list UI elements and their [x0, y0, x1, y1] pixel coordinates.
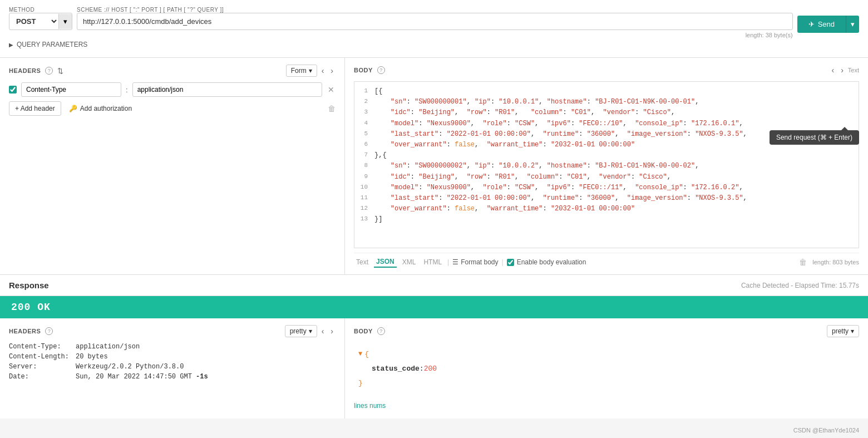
code-line-13: 13 }] — [359, 214, 854, 225]
enable-eval-checkbox[interactable] — [507, 259, 514, 266]
code-line-8: 8 "sn": "SW000000002", "ip": "10.0.0.2",… — [359, 161, 854, 171]
method-select[interactable]: POST GET PUT DELETE — [9, 13, 58, 29]
response-body-line-1: ▼ { — [358, 347, 855, 362]
send-tooltip: Send request (⌘ + Enter) — [770, 130, 859, 145]
format-body-button[interactable]: ☰ Format body — [452, 258, 498, 266]
header-actions: + Add header 🔑 Add authorization 🗑 — [9, 101, 336, 116]
headers-nav: Form ▾ ‹ › — [286, 65, 336, 77]
code-line-12: 12 "over_warrant": false, "warrant_time"… — [359, 204, 854, 214]
response-code-editor: ▼ { status_code : 200 } — [354, 343, 859, 395]
url-group: SCHEME :// HOST [ ":" PORT ] [ PATH [ "?… — [77, 7, 793, 38]
elapsed-time: Cache Detected - Elapsed Time: 15.77s — [741, 282, 859, 289]
response-headers-info-icon[interactable]: ? — [45, 327, 53, 335]
response-pretty-select[interactable]: pretty ▾ — [285, 325, 317, 337]
header-colon: : — [126, 86, 128, 94]
nav-left-arrow[interactable]: ‹ — [319, 65, 327, 76]
collapse-arrow-icon[interactable]: ▼ — [358, 347, 362, 361]
request-section: METHOD POST GET PUT DELETE ▾ SCHEME :// … — [0, 0, 868, 58]
method-label: METHOD — [9, 7, 72, 13]
code-line-4: 4 "model": "Nexus9000", "role": "CSW", "… — [359, 119, 854, 129]
add-auth-button[interactable]: 🔑 Add authorization — [63, 102, 137, 115]
response-body-info-icon[interactable]: ? — [377, 327, 385, 335]
body-delete-icon[interactable]: 🗑 — [799, 258, 807, 267]
format-json[interactable]: JSON — [374, 257, 397, 268]
headers-delete-icon[interactable]: 🗑 — [328, 104, 336, 113]
add-header-button[interactable]: + Add header — [9, 101, 61, 116]
response-section-header: Response Cache Detected - Elapsed Time: … — [0, 275, 868, 296]
format-text[interactable]: Text — [354, 257, 371, 267]
body-footer: Text JSON XML HTML | ☰ Format body | Ena… — [354, 253, 859, 268]
format-body-icon: ☰ — [452, 258, 458, 266]
header-enabled-checkbox[interactable] — [9, 86, 17, 93]
url-length: length: 38 byte(s) — [77, 32, 793, 38]
response-body-header: BODY ? pretty ▾ — [354, 325, 859, 337]
response-title: Response — [9, 280, 49, 290]
response-headers-table: Content-Type: application/json Content-L… — [9, 343, 336, 381]
response-nav-left[interactable]: ‹ — [319, 326, 327, 337]
response-body-line-3: } — [358, 376, 855, 391]
method-select-wrapper[interactable]: POST GET PUT DELETE ▾ — [9, 13, 72, 30]
response-section: Response Cache Detected - Elapsed Time: … — [0, 275, 868, 419]
pretty-dropdown-icon: ▾ — [309, 327, 312, 335]
header-key-input[interactable] — [21, 82, 121, 97]
headers-panel-header: HEADERS ? ⇅ Form ▾ ‹ › — [9, 65, 336, 77]
enable-eval-label: Enable body evaluation — [507, 258, 586, 266]
code-line-1: 1 [{ — [359, 86, 854, 97]
code-line-2: 2 "sn": "SW000000001", "ip": "10.0.0.1",… — [359, 97, 854, 107]
body-info-icon[interactable]: ? — [377, 66, 385, 74]
response-header-row-1: Content-Length: 20 bytes — [9, 353, 336, 361]
body-nav-left[interactable]: ‹ — [829, 65, 836, 76]
response-headers-nav: pretty ▾ ‹ › — [285, 325, 336, 337]
headers-info-icon[interactable]: ? — [45, 67, 53, 75]
code-line-9: 9 "idc": "Beijing", "row": "R01", "colum… — [359, 172, 854, 183]
form-dropdown-icon: ▾ — [309, 67, 312, 75]
response-headers-header: HEADERS ? pretty ▾ ‹ › — [9, 325, 336, 337]
send-dropdown-button[interactable]: ▾ — [846, 16, 859, 33]
response-header-row-2: Server: Werkzeug/2.0.2 Python/3.8.0 — [9, 363, 336, 371]
nav-right-arrow[interactable]: › — [328, 65, 336, 76]
body-title: BODY — [354, 67, 373, 73]
query-params-toggle[interactable]: ▶ QUERY PARAMETERS — [9, 38, 859, 51]
url-bar: METHOD POST GET PUT DELETE ▾ SCHEME :// … — [9, 7, 859, 38]
code-line-7: 7 },{ — [359, 150, 854, 161]
response-header-row-3: Date: Sun, 20 Mar 2022 14:47:50 GMT -1s — [9, 373, 336, 381]
form-select[interactable]: Form ▾ — [286, 65, 317, 77]
response-headers-panel: HEADERS ? pretty ▾ ‹ › Content-Type: app… — [0, 318, 345, 419]
code-line-11: 11 "last_start": "2022-01-01 00:00:00", … — [359, 193, 854, 204]
lines-nums-button[interactable]: lines nums — [354, 400, 386, 412]
url-input[interactable] — [77, 13, 793, 30]
body-length: length: 803 bytes — [812, 259, 859, 265]
header-remove-button[interactable]: ✕ — [327, 84, 336, 95]
response-header-row-0: Content-Type: application/json — [9, 343, 336, 351]
method-group: METHOD POST GET PUT DELETE ▾ — [9, 7, 72, 30]
header-value-input[interactable] — [132, 82, 322, 97]
response-body-title: BODY — [354, 328, 373, 334]
send-icon: ✈ — [808, 20, 815, 28]
key-icon: 🔑 — [69, 105, 77, 112]
headers-sort-icon[interactable]: ⇅ — [57, 67, 63, 75]
body-pretty-dropdown-icon: ▾ — [851, 327, 854, 335]
headers-panel: HEADERS ? ⇅ Form ▾ ‹ › : ✕ + Add h — [0, 58, 345, 274]
format-html[interactable]: HTML — [421, 257, 444, 267]
query-params-label: QUERY PARAMETERS — [17, 41, 87, 48]
format-xml[interactable]: XML — [400, 257, 418, 267]
response-body-pretty-select[interactable]: pretty ▾ — [827, 325, 859, 337]
response-body-line-2: status_code : 200 — [358, 362, 855, 376]
scheme-label: SCHEME :// HOST [ ":" PORT ] [ PATH [ "?… — [77, 7, 793, 13]
response-nav-right[interactable]: › — [328, 326, 336, 337]
chevron-right-icon: ▶ — [9, 42, 13, 48]
body-panel: BODY ? ‹ › Text 1 [{ 2 "sn": "SW00000000… — [345, 58, 868, 274]
send-button[interactable]: ✈ Send — [797, 16, 846, 33]
response-panels: HEADERS ? pretty ▾ ‹ › Content-Type: app… — [0, 318, 868, 419]
body-format-options: Text JSON XML HTML | ☰ Format body | Ena… — [354, 257, 586, 268]
response-headers-title: HEADERS — [9, 328, 41, 334]
body-code-editor[interactable]: 1 [{ 2 "sn": "SW000000001", "ip": "10.0.… — [354, 81, 859, 248]
code-line-3: 3 "idc": "Beijing", "row": "R01", "colum… — [359, 107, 854, 118]
method-dropdown-btn[interactable]: ▾ — [58, 14, 72, 29]
main-panels: HEADERS ? ⇅ Form ▾ ‹ › : ✕ + Add h — [0, 58, 868, 275]
status-code: 200 OK — [11, 302, 51, 313]
body-nav-right[interactable]: › — [839, 65, 846, 76]
status-bar: 200 OK — [0, 296, 868, 318]
body-panel-header: BODY ? ‹ › Text — [354, 65, 859, 76]
response-body-panel: BODY ? pretty ▾ ▼ { status_code : 200 — [345, 318, 868, 419]
